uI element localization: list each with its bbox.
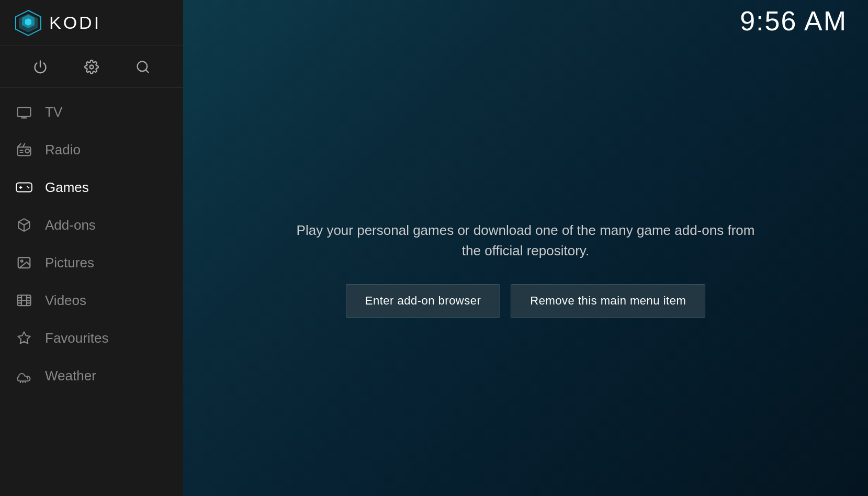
main-nav: TV Radio bbox=[0, 88, 183, 496]
toolbar bbox=[0, 46, 183, 88]
sidebar-item-tv[interactable]: TV bbox=[0, 93, 183, 131]
svg-line-6 bbox=[145, 70, 148, 72]
settings-button[interactable] bbox=[80, 55, 103, 78]
sidebar-item-radio-label: Radio bbox=[45, 142, 81, 158]
action-buttons: Enter add-on browser Remove this main me… bbox=[346, 284, 705, 318]
app-header: KODI bbox=[0, 0, 183, 46]
videos-icon bbox=[15, 291, 33, 310]
star-icon bbox=[15, 329, 33, 347]
addons-icon bbox=[15, 216, 33, 234]
sidebar-item-pictures[interactable]: Pictures bbox=[0, 244, 183, 281]
clock-display: 9:56 AM bbox=[740, 5, 847, 37]
power-button[interactable] bbox=[29, 55, 52, 78]
sidebar-item-tv-label: TV bbox=[45, 104, 62, 120]
search-icon bbox=[136, 60, 150, 74]
svg-point-22 bbox=[21, 260, 23, 262]
sidebar-item-addons[interactable]: Add-ons bbox=[0, 206, 183, 244]
radio-icon bbox=[15, 140, 33, 159]
svg-point-11 bbox=[26, 149, 30, 153]
svg-rect-10 bbox=[18, 147, 31, 155]
sidebar-item-games[interactable]: Games bbox=[0, 168, 183, 206]
sidebar: KODI bbox=[0, 0, 183, 496]
sidebar-item-weather-label: Weather bbox=[45, 368, 96, 384]
gamepad-icon bbox=[15, 178, 33, 197]
games-description: Play your personal games or download one… bbox=[290, 220, 761, 261]
content-area: Play your personal games or download one… bbox=[183, 42, 868, 496]
sidebar-item-videos-label: Videos bbox=[45, 292, 86, 309]
svg-rect-21 bbox=[18, 257, 30, 268]
svg-rect-7 bbox=[18, 107, 31, 117]
power-icon bbox=[33, 60, 48, 74]
enter-addon-browser-button[interactable]: Enter add-on browser bbox=[346, 284, 501, 318]
tv-icon bbox=[15, 103, 33, 121]
svg-marker-31 bbox=[18, 332, 30, 343]
sidebar-item-addons-label: Add-ons bbox=[45, 217, 96, 233]
remove-menu-item-button[interactable]: Remove this main menu item bbox=[511, 284, 705, 318]
sidebar-item-pictures-label: Pictures bbox=[45, 255, 94, 271]
sidebar-item-games-label: Games bbox=[45, 179, 89, 196]
svg-point-18 bbox=[27, 186, 28, 188]
sidebar-item-favourites-label: Favourites bbox=[45, 330, 108, 346]
main-content: 9:56 AM Play your personal games or down… bbox=[183, 0, 868, 496]
svg-point-4 bbox=[90, 65, 94, 69]
pictures-icon bbox=[15, 253, 33, 272]
gear-icon bbox=[84, 60, 99, 74]
sidebar-item-favourites[interactable]: Favourites bbox=[0, 319, 183, 357]
search-button[interactable] bbox=[131, 55, 154, 78]
weather-icon bbox=[15, 366, 33, 385]
sidebar-item-videos[interactable]: Videos bbox=[0, 281, 183, 319]
sidebar-item-weather[interactable]: Weather bbox=[0, 357, 183, 394]
sidebar-item-radio[interactable]: Radio bbox=[0, 131, 183, 168]
svg-point-19 bbox=[28, 187, 30, 189]
app-title: KODI bbox=[49, 13, 101, 33]
kodi-logo bbox=[15, 9, 42, 37]
top-bar: 9:56 AM bbox=[183, 0, 868, 42]
